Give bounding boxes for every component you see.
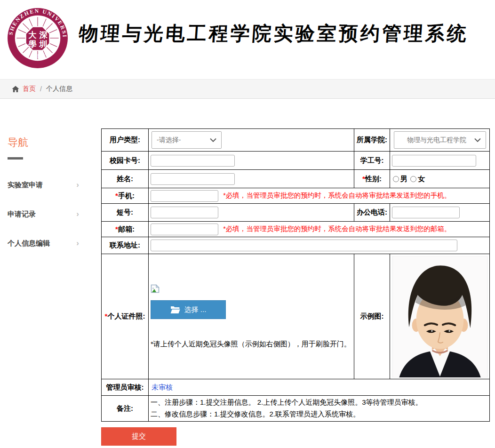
chevron-right-icon: › (76, 209, 79, 219)
logo-char: 大 (28, 31, 37, 40)
review-status-link[interactable]: 未审核 (152, 383, 173, 391)
logo-char: 學 (28, 40, 36, 49)
mobile-label: *手机: (102, 188, 149, 204)
chevron-right-icon: › (76, 180, 79, 190)
college-select[interactable]: 物理与光电工程学院 (394, 131, 486, 149)
user-type-value: -请选择- (157, 136, 181, 144)
profile-form: 用户类型: -请选择- 所属学院: 物理与光电工程学院 校园卡号: (101, 99, 490, 446)
name-label: 姓名: (102, 170, 149, 188)
example-image-label: 示例图: (354, 254, 390, 379)
college-value: 物理与光电工程学院 (399, 136, 474, 144)
chevron-down-icon (474, 138, 481, 142)
office-phone-label: 办公电话: (354, 204, 390, 222)
sidebar-item-apply-records[interactable]: 申请记录 › (8, 209, 79, 219)
email-input[interactable] (151, 224, 218, 235)
chevron-right-icon: › (76, 239, 79, 248)
folder-open-icon (170, 306, 180, 314)
staff-id-input[interactable] (392, 155, 476, 167)
sidebar-item-lab-apply[interactable]: 实验室申请 › (8, 180, 79, 190)
sidebar-item-label: 申请记录 (8, 210, 36, 219)
user-type-select[interactable]: -请选择- (152, 131, 222, 149)
gender-label: *性别: (354, 170, 390, 188)
broken-image-icon (151, 284, 160, 293)
home-icon[interactable] (12, 86, 19, 93)
choose-file-button[interactable]: 选择 ... (151, 300, 226, 319)
sidebar-item-label: 实验室申请 (8, 181, 43, 190)
logo-char: 圳 (39, 40, 48, 49)
sidebar: 导航 实验室申请 › 申请记录 › 个人信息编辑 › (0, 99, 101, 446)
breadcrumb-current: 个人信息 (46, 85, 72, 93)
email-required-note: *必填，当管理员审批您的预约时，系统会自动将审批结果发送到您的邮箱。 (223, 225, 451, 232)
address-label: 联系地址: (102, 237, 149, 254)
remarks-line-2: 二、修改信息步骤：1.提交修改信息。2.联系管理员进入系统审核。 (151, 408, 487, 420)
admin-review-label: 管理员审核: (102, 379, 149, 396)
short-number-input[interactable] (151, 207, 218, 218)
campus-card-input[interactable] (151, 155, 235, 167)
page-header: 大 學 深 圳 SHENZHEN UNIVERSITY ·1983· 物理与光电… (0, 0, 495, 79)
user-type-label: 用户类型: (102, 129, 149, 152)
gender-male-label: 男 (400, 175, 407, 183)
remarks-line-1: 一、注册步骤：1.提交注册信息。 2.上传上传个人近期免冠头像照。3等待管理员审… (151, 397, 487, 408)
email-label: *邮箱: (102, 222, 149, 237)
sidebar-item-label: 个人信息编辑 (8, 239, 50, 248)
gender-male-radio[interactable] (393, 176, 399, 182)
gender-female-label: 女 (418, 175, 425, 183)
staff-id-label: 学工号: (354, 152, 390, 170)
breadcrumb-home-link[interactable]: 首页 (23, 85, 36, 93)
gender-female-radio[interactable] (410, 176, 416, 182)
choose-file-label: 选择 ... (184, 305, 207, 314)
photo-upload-note: *请上传个人近期免冠头像照（示例如右侧图），用于刷脸开门。 (151, 340, 352, 349)
office-phone-input[interactable] (392, 207, 460, 218)
name-input[interactable] (151, 173, 235, 185)
breadcrumb: 首页 / 个人信息 (0, 79, 495, 99)
campus-card-label: 校园卡号: (102, 152, 149, 170)
submit-button[interactable]: 提交 (101, 427, 176, 446)
example-portrait-photo (392, 256, 488, 377)
sidebar-item-profile-edit[interactable]: 个人信息编辑 › (8, 239, 79, 248)
college-label: 所属学院: (354, 129, 390, 152)
logo-char: 深 (39, 31, 48, 40)
photo-label: *个人证件照: (102, 254, 149, 379)
sidebar-title-underline (8, 157, 23, 160)
short-number-label: 短号: (102, 204, 149, 222)
sidebar-title: 导航 (8, 136, 101, 150)
mobile-input[interactable] (151, 190, 218, 202)
mobile-required-note: *必填，当管理员审批您的预约时，系统会自动将审批结果发送到您的手机。 (223, 192, 451, 199)
remarks-label: 备注: (102, 396, 149, 422)
chevron-down-icon (210, 138, 216, 142)
breadcrumb-separator: / (40, 85, 42, 93)
university-logo-icon: 大 學 深 圳 SHENZHEN UNIVERSITY ·1983· (7, 7, 69, 69)
address-input[interactable] (151, 240, 457, 251)
page-title: 物理与光电工程学院实验室预约管理系统 (78, 21, 470, 47)
